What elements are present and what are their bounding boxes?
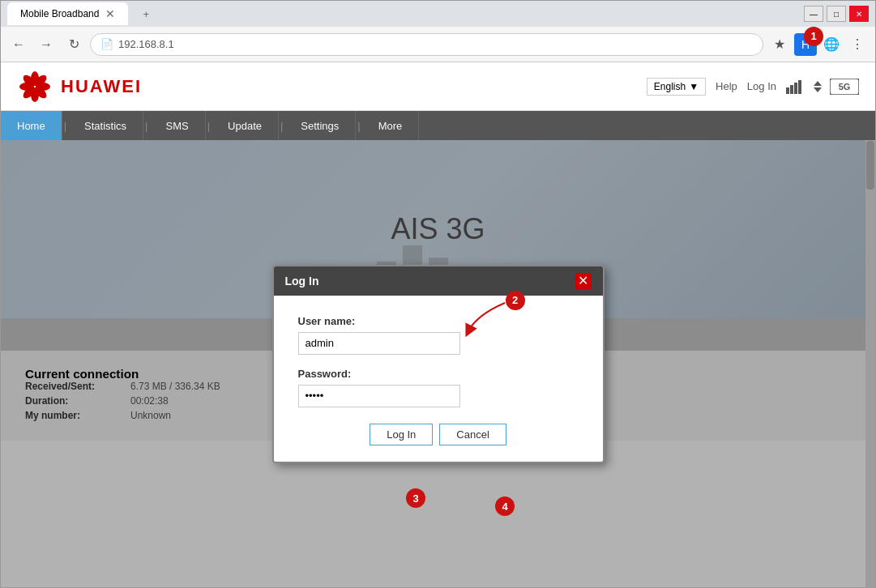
modal-title: Log In <box>285 275 319 288</box>
svg-rect-8 <box>786 87 789 94</box>
tab-label: Mobile Broadband <box>20 8 99 19</box>
nav-separator-5: | <box>356 111 361 140</box>
header-right: English ▼ Help Log In <box>647 78 859 96</box>
network-type-icon: 5G <box>830 79 859 95</box>
nav-item-statistics[interactable]: Statistics <box>68 111 143 140</box>
router-ui: HUAWEI English ▼ Help Log In <box>1 62 875 587</box>
browser-toolbar: ← → ↻ 📄 192.168.8.1 ★ H 1 🌐 ⋮ <box>1 27 875 62</box>
huawei-brand-name: HUAWEI <box>61 76 142 97</box>
username-input[interactable] <box>298 332 460 355</box>
huawei-logo-icon <box>17 69 53 104</box>
nav-separator-2: | <box>143 111 149 140</box>
signal-icons: 5G <box>786 79 859 95</box>
annotation-arrow-2 <box>460 299 509 339</box>
minimize-button[interactable]: — <box>804 6 823 22</box>
back-button[interactable]: ← <box>7 33 30 56</box>
nav-item-home[interactable]: Home <box>1 111 62 140</box>
svg-marker-12 <box>814 81 822 86</box>
login-button[interactable]: Log In <box>370 424 433 445</box>
annotation-3-container: 3 <box>406 488 425 508</box>
new-tab-button[interactable]: + <box>135 2 157 25</box>
language-label: English <box>654 81 686 92</box>
reload-button[interactable]: ↻ <box>62 33 85 56</box>
nav-separator-1: | <box>62 111 68 140</box>
modal-close-button[interactable]: ✕ <box>575 273 592 289</box>
svg-rect-10 <box>794 83 797 94</box>
cancel-button[interactable]: Cancel <box>439 424 506 445</box>
router-main: AIS 3G Current connection <box>1 140 875 587</box>
maximize-button[interactable]: □ <box>827 6 846 22</box>
modal-body: User name: 2 <box>274 296 603 462</box>
svg-text:5G: 5G <box>839 82 851 92</box>
browser-tab[interactable]: Mobile Broadband ✕ <box>7 2 128 25</box>
svg-rect-11 <box>798 80 801 94</box>
page-content: HUAWEI English ▼ Help Log In <box>1 62 875 587</box>
bookmark-icon[interactable]: ★ <box>768 33 791 56</box>
annotation-3: 3 <box>406 488 425 508</box>
username-form-group: User name: <box>298 315 460 355</box>
annotation-badge-1: 1 <box>804 27 823 46</box>
modal-header: Log In ✕ <box>274 266 603 296</box>
tab-close-icon[interactable]: ✕ <box>105 7 115 20</box>
huawei-logo: HUAWEI <box>17 69 142 104</box>
window-controls: — □ ✕ <box>804 6 869 22</box>
extension-icon-2[interactable]: 🌐 <box>820 33 843 56</box>
router-nav: Home | Statistics | SMS | Update | Setti… <box>1 111 875 140</box>
nav-separator-4: | <box>279 111 284 140</box>
nav-separator-3: | <box>206 111 212 140</box>
browser-actions: ★ H 1 🌐 ⋮ <box>768 33 869 56</box>
titlebar: Mobile Broadband ✕ + — □ ✕ <box>1 1 875 27</box>
username-label: User name: <box>298 315 460 327</box>
nav-item-settings[interactable]: Settings <box>284 111 356 140</box>
menu-button[interactable]: ⋮ <box>846 33 869 56</box>
nav-item-sms[interactable]: SMS <box>149 111 205 140</box>
address-bar[interactable]: 📄 192.168.8.1 <box>90 33 763 56</box>
svg-marker-13 <box>814 87 822 92</box>
annotation-4: 4 <box>495 496 515 516</box>
page-icon: 📄 <box>100 38 113 50</box>
address-text: 192.168.8.1 <box>118 38 174 50</box>
signal-strength-icon <box>786 79 805 94</box>
login-modal: Log In ✕ User name: <box>272 265 605 463</box>
language-caret-icon: ▼ <box>689 81 699 92</box>
login-link[interactable]: Log In <box>747 80 776 92</box>
modal-buttons: Log In Cancel <box>298 424 579 445</box>
router-header: HUAWEI English ▼ Help Log In <box>1 62 875 111</box>
password-input[interactable] <box>298 385 460 407</box>
transfer-icon <box>810 79 825 94</box>
annotation-4-container: 4 <box>495 496 515 516</box>
password-label: Password: <box>298 368 579 380</box>
forward-button[interactable]: → <box>35 33 58 56</box>
svg-rect-9 <box>790 85 793 94</box>
browser-window: Mobile Broadband ✕ + — □ ✕ ← → ↻ 📄 192.1… <box>0 0 876 588</box>
close-button[interactable]: ✕ <box>849 6 869 22</box>
language-selector[interactable]: English ▼ <box>647 78 706 96</box>
nav-item-more[interactable]: More <box>362 111 420 140</box>
password-form-group: Password: <box>298 368 579 407</box>
nav-item-update[interactable]: Update <box>212 111 279 140</box>
help-link[interactable]: Help <box>716 80 737 92</box>
modal-overlay: Log In ✕ User name: <box>1 140 875 587</box>
